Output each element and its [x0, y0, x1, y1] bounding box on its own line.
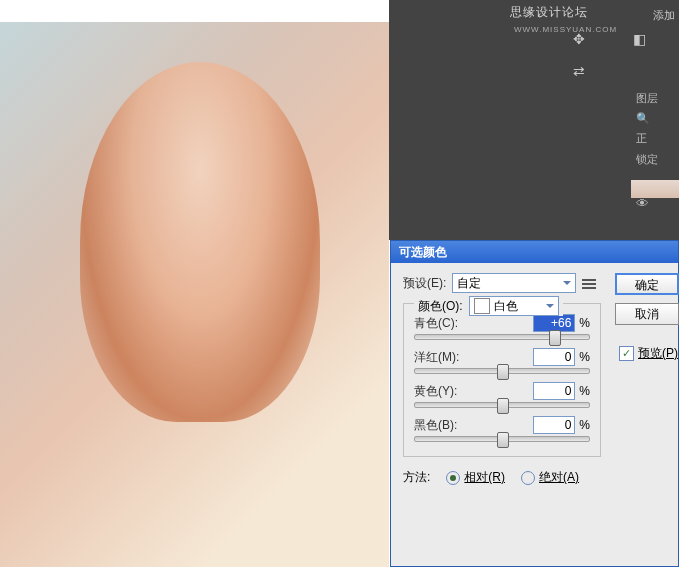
ok-button[interactable]: 确定 [615, 273, 679, 295]
layers-panel-edge: 图层 🔍 正 锁定 [631, 88, 679, 170]
relative-label: 相对(R) [464, 469, 505, 486]
absolute-radio-row[interactable]: 绝对(A) [521, 469, 579, 486]
slider-label: 青色(C): [414, 315, 533, 332]
slider-value-input[interactable]: 0 [533, 416, 575, 434]
percent-label: % [579, 316, 590, 330]
watermark-text: 思缘设计论坛 [510, 5, 588, 19]
watermark-url: WWW.MISSYUAN.COM [514, 25, 617, 34]
percent-label: % [579, 418, 590, 432]
slider-track[interactable] [414, 436, 590, 442]
color-dropdown[interactable]: 白色 [469, 296, 559, 316]
color-adjust-group: 颜色(O): 白色 青色(C):+66%洋红(M):0%黄色(Y):0%黑色(B… [403, 303, 601, 457]
bucket-icon[interactable]: ◧ [628, 28, 650, 50]
absolute-label: 绝对(A) [539, 469, 579, 486]
slider-row-0: 青色(C):+66% [414, 314, 590, 340]
preview-checkbox-row[interactable]: ✓ 预览(P) [619, 345, 678, 362]
cancel-button[interactable]: 取消 [615, 303, 679, 325]
color-value: 白色 [494, 298, 518, 315]
absolute-radio[interactable] [521, 471, 535, 485]
puppet-icon[interactable]: ✥ [568, 28, 590, 50]
slider-track[interactable] [414, 368, 590, 374]
layers-normal[interactable]: 正 [631, 128, 679, 149]
slider-row-1: 洋红(M):0% [414, 348, 590, 374]
preset-menu-icon[interactable] [582, 277, 596, 289]
slider-row-2: 黄色(Y):0% [414, 382, 590, 408]
color-swatch-icon [474, 298, 490, 314]
slider-label: 洋红(M): [414, 349, 533, 366]
relative-radio-row[interactable]: 相对(R) [446, 469, 505, 486]
method-label: 方法: [403, 469, 430, 486]
slider-thumb[interactable] [497, 432, 509, 448]
toolbar-icons: ✥ ⇄ ◧ [568, 28, 590, 82]
slider-thumb[interactable] [497, 364, 509, 380]
slider-label: 黑色(B): [414, 417, 533, 434]
preset-label: 预设(E): [403, 275, 446, 292]
selective-color-dialog: 可选颜色 预设(E): 自定 确定 取消 ✓ 预览(P) 颜色(O): [390, 240, 679, 567]
slider-thumb[interactable] [549, 330, 561, 346]
slider-value-input[interactable]: 0 [533, 382, 575, 400]
align-icon[interactable]: ⇄ [568, 60, 590, 82]
percent-label: % [579, 384, 590, 398]
slider-row-3: 黑色(B):0% [414, 416, 590, 442]
dialog-titlebar[interactable]: 可选颜色 [391, 241, 678, 263]
preview-checkbox[interactable]: ✓ [619, 346, 634, 361]
slider-thumb[interactable] [497, 398, 509, 414]
preview-label: 预览(P) [638, 345, 678, 362]
slider-label: 黄色(Y): [414, 383, 533, 400]
slider-value-input[interactable]: 0 [533, 348, 575, 366]
edited-photo [0, 22, 389, 567]
add-style-label[interactable]: 添加 [653, 8, 675, 23]
slider-track[interactable] [414, 402, 590, 408]
visibility-eye-icon[interactable]: 👁 [636, 196, 649, 211]
layers-lock[interactable]: 锁定 [631, 149, 679, 170]
slider-track[interactable] [414, 334, 590, 340]
layers-search[interactable]: 🔍 [631, 109, 679, 128]
relative-radio[interactable] [446, 471, 460, 485]
layers-tab[interactable]: 图层 [631, 88, 679, 109]
preset-dropdown[interactable]: 自定 [452, 273, 576, 293]
preset-value: 自定 [457, 275, 481, 292]
color-label: 颜色(O): [418, 298, 463, 315]
percent-label: % [579, 350, 590, 364]
